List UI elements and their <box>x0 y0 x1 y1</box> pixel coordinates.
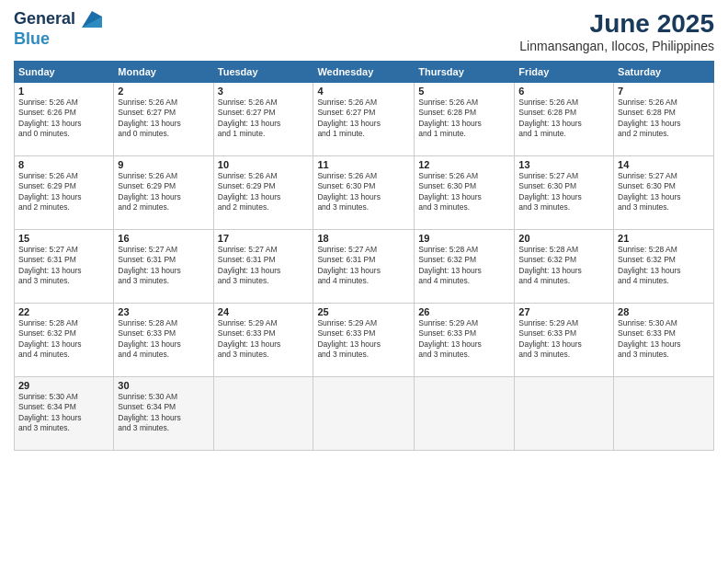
page-subtitle: Linmansangan, Ilocos, Philippines <box>519 39 714 53</box>
logo-icon <box>82 11 102 28</box>
day-info: Sunrise: 5:27 AM Sunset: 6:30 PM Dayligh… <box>618 171 710 213</box>
day-number: 22 <box>18 306 109 317</box>
calendar-cell <box>515 377 614 451</box>
day-number: 25 <box>317 306 410 317</box>
day-info: Sunrise: 5:28 AM Sunset: 6:32 PM Dayligh… <box>518 245 609 287</box>
calendar-cell <box>313 377 415 451</box>
calendar-cell: 6Sunrise: 5:26 AM Sunset: 6:28 PM Daylig… <box>515 83 614 156</box>
calendar-cell: 3Sunrise: 5:26 AM Sunset: 6:27 PM Daylig… <box>213 83 313 156</box>
day-number: 19 <box>418 233 510 244</box>
calendar-week-row: 15Sunrise: 5:27 AM Sunset: 6:31 PM Dayli… <box>15 230 714 304</box>
day-number: 18 <box>317 233 410 244</box>
calendar: Sunday Monday Tuesday Wednesday Thursday… <box>14 61 714 451</box>
day-info: Sunrise: 5:27 AM Sunset: 6:31 PM Dayligh… <box>218 245 310 287</box>
day-number: 3 <box>218 86 310 97</box>
calendar-cell: 30Sunrise: 5:30 AM Sunset: 6:34 PM Dayli… <box>114 377 213 451</box>
day-number: 7 <box>618 86 710 97</box>
calendar-cell: 1Sunrise: 5:26 AM Sunset: 6:26 PM Daylig… <box>15 83 114 156</box>
day-info: Sunrise: 5:28 AM Sunset: 6:32 PM Dayligh… <box>18 318 109 361</box>
day-info: Sunrise: 5:30 AM Sunset: 6:34 PM Dayligh… <box>118 392 209 434</box>
calendar-cell: 21Sunrise: 5:28 AM Sunset: 6:32 PM Dayli… <box>614 230 714 304</box>
calendar-cell: 22Sunrise: 5:28 AM Sunset: 6:32 PM Dayli… <box>15 304 114 377</box>
calendar-cell: 5Sunrise: 5:26 AM Sunset: 6:28 PM Daylig… <box>415 83 515 156</box>
calendar-cell: 7Sunrise: 5:26 AM Sunset: 6:28 PM Daylig… <box>614 83 714 156</box>
calendar-cell: 4Sunrise: 5:26 AM Sunset: 6:27 PM Daylig… <box>313 83 415 156</box>
day-number: 13 <box>518 159 609 170</box>
calendar-cell: 2Sunrise: 5:26 AM Sunset: 6:27 PM Daylig… <box>114 83 213 156</box>
calendar-cell: 25Sunrise: 5:29 AM Sunset: 6:33 PM Dayli… <box>313 304 415 377</box>
day-info: Sunrise: 5:30 AM Sunset: 6:34 PM Dayligh… <box>18 392 109 434</box>
calendar-cell <box>614 377 714 451</box>
calendar-cell <box>213 377 313 451</box>
day-number: 29 <box>18 380 109 391</box>
day-number: 17 <box>218 233 310 244</box>
day-number: 15 <box>18 233 109 244</box>
calendar-week-row: 29Sunrise: 5:30 AM Sunset: 6:34 PM Dayli… <box>15 377 714 451</box>
calendar-cell: 18Sunrise: 5:27 AM Sunset: 6:31 PM Dayli… <box>313 230 415 304</box>
day-number: 30 <box>118 380 209 391</box>
calendar-cell: 9Sunrise: 5:26 AM Sunset: 6:29 PM Daylig… <box>114 156 213 230</box>
day-number: 12 <box>418 159 510 170</box>
day-number: 11 <box>317 159 410 170</box>
day-info: Sunrise: 5:29 AM Sunset: 6:33 PM Dayligh… <box>218 318 310 361</box>
day-number: 9 <box>118 159 209 170</box>
day-number: 28 <box>618 306 710 317</box>
day-info: Sunrise: 5:27 AM Sunset: 6:30 PM Dayligh… <box>518 171 609 213</box>
page-title: June 2025 <box>519 9 714 39</box>
calendar-cell: 15Sunrise: 5:27 AM Sunset: 6:31 PM Dayli… <box>15 230 114 304</box>
calendar-cell: 23Sunrise: 5:28 AM Sunset: 6:33 PM Dayli… <box>114 304 213 377</box>
col-thursday: Thursday <box>415 62 515 83</box>
calendar-cell: 12Sunrise: 5:26 AM Sunset: 6:30 PM Dayli… <box>415 156 515 230</box>
calendar-cell: 11Sunrise: 5:26 AM Sunset: 6:30 PM Dayli… <box>313 156 415 230</box>
day-number: 21 <box>618 233 710 244</box>
day-info: Sunrise: 5:27 AM Sunset: 6:31 PM Dayligh… <box>18 245 109 287</box>
day-info: Sunrise: 5:28 AM Sunset: 6:33 PM Dayligh… <box>118 318 209 361</box>
day-info: Sunrise: 5:26 AM Sunset: 6:27 PM Dayligh… <box>317 98 410 140</box>
day-info: Sunrise: 5:27 AM Sunset: 6:31 PM Dayligh… <box>317 245 410 287</box>
day-info: Sunrise: 5:28 AM Sunset: 6:32 PM Dayligh… <box>618 245 710 287</box>
calendar-cell: 26Sunrise: 5:29 AM Sunset: 6:33 PM Dayli… <box>415 304 515 377</box>
day-number: 24 <box>218 306 310 317</box>
col-tuesday: Tuesday <box>213 62 313 83</box>
calendar-cell: 27Sunrise: 5:29 AM Sunset: 6:33 PM Dayli… <box>515 304 614 377</box>
calendar-cell: 8Sunrise: 5:26 AM Sunset: 6:29 PM Daylig… <box>15 156 114 230</box>
day-number: 20 <box>518 233 609 244</box>
day-info: Sunrise: 5:27 AM Sunset: 6:31 PM Dayligh… <box>118 245 209 287</box>
calendar-cell: 29Sunrise: 5:30 AM Sunset: 6:34 PM Dayli… <box>15 377 114 451</box>
calendar-cell: 20Sunrise: 5:28 AM Sunset: 6:32 PM Dayli… <box>515 230 614 304</box>
title-block: June 2025 Linmansangan, Ilocos, Philippi… <box>519 9 714 53</box>
col-sunday: Sunday <box>15 62 114 83</box>
calendar-cell: 16Sunrise: 5:27 AM Sunset: 6:31 PM Dayli… <box>114 230 213 304</box>
col-saturday: Saturday <box>614 62 714 83</box>
day-number: 1 <box>18 86 109 97</box>
day-info: Sunrise: 5:26 AM Sunset: 6:26 PM Dayligh… <box>18 98 109 140</box>
calendar-cell <box>415 377 515 451</box>
calendar-cell: 17Sunrise: 5:27 AM Sunset: 6:31 PM Dayli… <box>213 230 313 304</box>
day-info: Sunrise: 5:26 AM Sunset: 6:28 PM Dayligh… <box>418 98 510 140</box>
day-info: Sunrise: 5:29 AM Sunset: 6:33 PM Dayligh… <box>518 318 609 361</box>
calendar-cell: 10Sunrise: 5:26 AM Sunset: 6:29 PM Dayli… <box>213 156 313 230</box>
calendar-cell: 24Sunrise: 5:29 AM Sunset: 6:33 PM Dayli… <box>213 304 313 377</box>
calendar-cell: 13Sunrise: 5:27 AM Sunset: 6:30 PM Dayli… <box>515 156 614 230</box>
day-number: 4 <box>317 86 410 97</box>
calendar-header-row: Sunday Monday Tuesday Wednesday Thursday… <box>15 62 714 83</box>
day-info: Sunrise: 5:26 AM Sunset: 6:27 PM Dayligh… <box>218 98 310 140</box>
calendar-week-row: 22Sunrise: 5:28 AM Sunset: 6:32 PM Dayli… <box>15 304 714 377</box>
day-number: 27 <box>518 306 609 317</box>
day-number: 10 <box>218 159 310 170</box>
calendar-cell: 28Sunrise: 5:30 AM Sunset: 6:33 PM Dayli… <box>614 304 714 377</box>
day-info: Sunrise: 5:26 AM Sunset: 6:29 PM Dayligh… <box>18 171 109 213</box>
day-info: Sunrise: 5:26 AM Sunset: 6:28 PM Dayligh… <box>618 98 710 140</box>
logo: General Blue <box>14 9 102 49</box>
day-number: 2 <box>118 86 209 97</box>
day-info: Sunrise: 5:26 AM Sunset: 6:30 PM Dayligh… <box>418 171 510 213</box>
page: General Blue June 2025 Linmansangan, Ilo… <box>0 0 728 563</box>
day-info: Sunrise: 5:30 AM Sunset: 6:33 PM Dayligh… <box>618 318 710 361</box>
day-info: Sunrise: 5:26 AM Sunset: 6:27 PM Dayligh… <box>118 98 209 140</box>
logo-line2: Blue <box>14 29 102 50</box>
day-info: Sunrise: 5:26 AM Sunset: 6:29 PM Dayligh… <box>218 171 310 213</box>
day-info: Sunrise: 5:26 AM Sunset: 6:28 PM Dayligh… <box>518 98 609 140</box>
calendar-cell: 19Sunrise: 5:28 AM Sunset: 6:32 PM Dayli… <box>415 230 515 304</box>
header: General Blue June 2025 Linmansangan, Ilo… <box>14 9 714 53</box>
logo-text: General <box>14 9 102 29</box>
